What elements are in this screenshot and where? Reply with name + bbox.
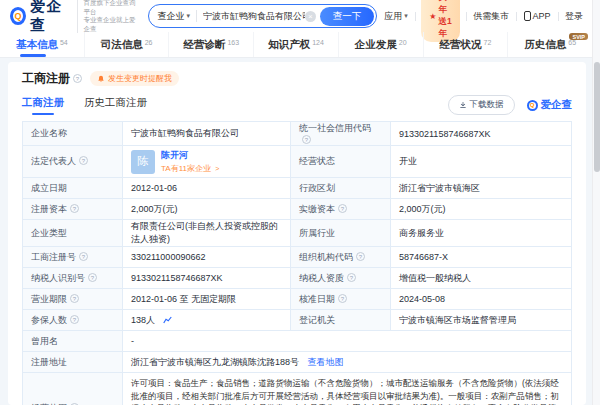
table-row: 企业类型 有限责任公司(非自然人投资或控股的法人独资) 所属行业 商务服务业 bbox=[23, 220, 572, 247]
tab-judicial-info[interactable]: 司法信息 26 bbox=[85, 32, 170, 57]
logo-magnifier-icon: Q bbox=[527, 100, 538, 111]
svip-badge: SVIP bbox=[569, 33, 588, 40]
field-label: 营业期限 bbox=[31, 294, 67, 304]
field-label: 企业名称 bbox=[31, 128, 67, 138]
field-label: 所属行业 bbox=[299, 228, 335, 238]
tab-basic-info[interactable]: 基本信息 54 bbox=[0, 32, 85, 57]
help-icon[interactable]: ? bbox=[70, 294, 79, 303]
field-label: 经营状态 bbox=[299, 156, 335, 166]
tab-label: 历史信息 bbox=[524, 38, 566, 52]
nav-tab-bar: 基本信息 54 司法信息 26 经营诊断 163 知识产权 124 企业发展 2… bbox=[0, 32, 600, 58]
aiqicha-logo[interactable]: Q 爱企查 百度旗下企业查询平台 专业查企业就上爱企查 bbox=[10, 0, 138, 35]
field-label: 法定代表人 bbox=[31, 156, 76, 166]
status-value: 开业 bbox=[399, 156, 417, 166]
field-label: 企业类型 bbox=[31, 228, 67, 238]
help-icon[interactable]: ? bbox=[338, 204, 347, 213]
download-label: 下载数据 bbox=[470, 99, 504, 111]
related-companies-link[interactable]: TA有11家企业 > bbox=[161, 163, 219, 174]
tagline-line1: 百度旗下企业查询平台 bbox=[84, 0, 139, 16]
search-category-dropdown[interactable]: 查企业 ▾ bbox=[157, 10, 190, 23]
chevron-down-icon: ▾ bbox=[404, 12, 408, 20]
field-label: 成立日期 bbox=[31, 183, 67, 193]
tab-count: 163 bbox=[227, 39, 239, 46]
chevron-right-icon: > bbox=[215, 165, 219, 172]
tab-business-diagnosis[interactable]: 经营诊断 163 bbox=[169, 32, 254, 57]
subtab-current-registration[interactable]: 工商注册 bbox=[22, 96, 64, 115]
business-scope-value: 许可项目：食品生产；食品销售；道路货物运输（不含危险货物）；城市配送运输服务（不… bbox=[131, 378, 559, 405]
table-tools: 下载数据 Q 爱企查 bbox=[448, 95, 573, 115]
legal-rep-link[interactable]: 陈开河 bbox=[161, 149, 219, 162]
tab-count: 26 bbox=[145, 39, 153, 46]
field-label: 工商注册号 bbox=[31, 252, 76, 262]
help-icon[interactable]: ? bbox=[73, 74, 82, 83]
watermark-logo: Q 爱企查 bbox=[527, 98, 573, 112]
help-icon[interactable]: ? bbox=[347, 273, 356, 282]
registration-table: 企业名称 宁波市缸鸭狗食品有限公司 统一社会信用代码? 913302115874… bbox=[22, 121, 572, 405]
login-button[interactable]: 登录 bbox=[558, 10, 590, 23]
tab-history-info[interactable]: 历史信息 65 SVIP bbox=[508, 32, 592, 57]
download-data-button[interactable]: 下载数据 bbox=[448, 95, 515, 115]
tab-label: 经营状况 bbox=[440, 38, 482, 52]
help-icon[interactable]: ? bbox=[79, 156, 88, 165]
help-icon[interactable]: ? bbox=[70, 204, 79, 213]
help-icon[interactable]: ? bbox=[302, 135, 311, 144]
trend-chart-icon[interactable] bbox=[163, 316, 172, 324]
taxpayer-id-value: 9133021158746687XK bbox=[131, 273, 222, 283]
reg-address-value: 浙江省宁波市镇海区九龙湖镇陈沈路188号 bbox=[131, 357, 299, 367]
brand-tagline: 百度旗下企业查询平台 专业查企业就上爱企查 bbox=[77, 0, 139, 33]
brand-name: 爱企查 bbox=[30, 0, 70, 35]
legal-rep-cell: 陈 陈开河 TA有11家企业 > bbox=[131, 149, 282, 174]
search-bar: 查企业 ▾ × 查一下 bbox=[148, 4, 377, 28]
tab-company-development[interactable]: 企业发展 20 bbox=[339, 32, 424, 57]
bell-icon bbox=[97, 75, 105, 83]
field-label: 实缴资本 bbox=[299, 204, 335, 214]
app-download-link[interactable]: APP bbox=[517, 11, 558, 21]
field-label: 纳税人资质 bbox=[299, 273, 344, 283]
field-label: 纳税人识别号 bbox=[31, 273, 85, 283]
scrollbar-thumb[interactable] bbox=[594, 62, 600, 172]
table-row: 法定代表人? 陈 陈开河 TA有11家企业 > 经营状态 开 bbox=[23, 146, 572, 178]
apps-label: 应用 bbox=[384, 10, 402, 23]
phone-icon bbox=[524, 11, 531, 21]
change-reminder-button[interactable]: 发生变更时提醒我 bbox=[90, 71, 179, 86]
tab-label: 司法信息 bbox=[101, 38, 143, 52]
company-type-value: 有限责任公司(非自然人投资或控股的法人独资) bbox=[131, 221, 278, 244]
field-label: 统一社会信用代码 bbox=[299, 123, 371, 133]
taxpayer-quality-value: 增值税一般纳税人 bbox=[399, 273, 471, 283]
field-label: 行政区划 bbox=[299, 183, 335, 193]
help-icon[interactable]: ? bbox=[356, 252, 365, 261]
help-icon[interactable]: ? bbox=[88, 273, 97, 282]
tab-operating-status[interactable]: 经营状况 72 bbox=[424, 32, 509, 57]
app-label: APP bbox=[533, 11, 551, 21]
tab-count: 20 bbox=[399, 39, 407, 46]
scrollbar-track[interactable] bbox=[592, 0, 600, 405]
table-row: 企业名称 宁波市缸鸭狗食品有限公司 统一社会信用代码? 913302115874… bbox=[23, 122, 572, 146]
org-code-value: 58746687-X bbox=[399, 252, 448, 262]
top-header: Q 爱企查 百度旗下企业查询平台 专业查企业就上爱企查 查企业 ▾ × 查一下 … bbox=[0, 0, 600, 32]
tab-count: 124 bbox=[312, 39, 324, 46]
tab-label: 企业发展 bbox=[355, 38, 397, 52]
field-label: 曾用名 bbox=[31, 336, 58, 346]
clear-icon[interactable]: × bbox=[305, 11, 316, 22]
establish-date-value: 2012-01-06 bbox=[131, 183, 177, 193]
help-icon[interactable]: ? bbox=[79, 252, 88, 261]
industry-value: 商务服务业 bbox=[399, 228, 444, 238]
apps-menu[interactable]: 应用 ▾ bbox=[377, 10, 415, 23]
subtab-history-registration[interactable]: 历史工商注册 bbox=[84, 96, 147, 115]
avatar: 陈 bbox=[131, 150, 155, 174]
related-companies-label: TA有11家企业 bbox=[161, 164, 211, 173]
search-button[interactable]: 查一下 bbox=[320, 7, 375, 26]
help-icon[interactable]: ? bbox=[70, 315, 79, 324]
field-label: 注册地址 bbox=[31, 357, 67, 367]
business-term-value: 2012-01-06 至 无固定期限 bbox=[131, 294, 236, 304]
help-icon[interactable]: ? bbox=[338, 294, 347, 303]
section-title: 工商注册 bbox=[22, 70, 70, 87]
search-category-label: 查企业 bbox=[157, 10, 184, 23]
watermark-brand: 爱企查 bbox=[541, 98, 573, 112]
view-map-link[interactable]: 查看地图 bbox=[308, 357, 344, 367]
company-name-value: 宁波市缸鸭狗食品有限公司 bbox=[131, 128, 239, 138]
search-input[interactable] bbox=[203, 11, 305, 21]
table-row: 工商注册号? 330211000090662 组织机构代码? 58746687-… bbox=[23, 247, 572, 268]
tab-intellectual-property[interactable]: 知识产权 124 bbox=[254, 32, 339, 57]
supply-market-link[interactable]: 供需集市 bbox=[466, 10, 516, 23]
